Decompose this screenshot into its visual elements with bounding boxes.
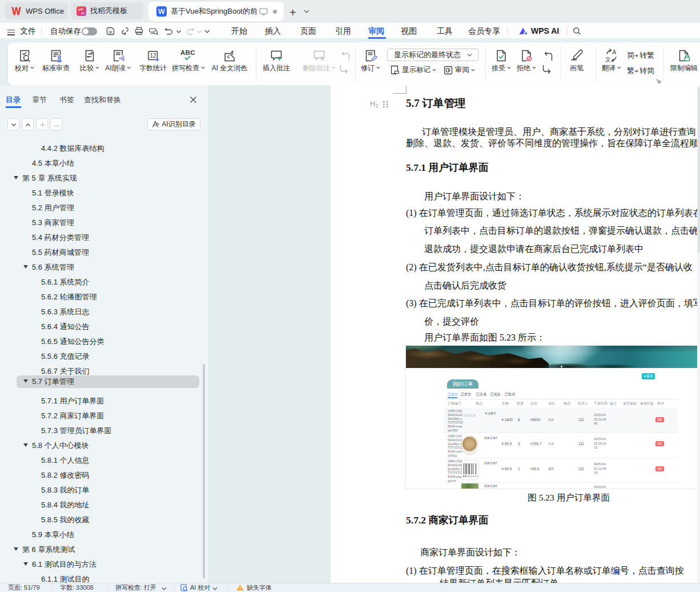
svg-text:A: A bbox=[613, 49, 617, 55]
svg-text:文: 文 bbox=[605, 56, 612, 63]
svg-text:12: 12 bbox=[150, 52, 156, 58]
svg-text:AI: AI bbox=[81, 11, 85, 15]
svg-text:ABC: ABC bbox=[180, 49, 195, 56]
